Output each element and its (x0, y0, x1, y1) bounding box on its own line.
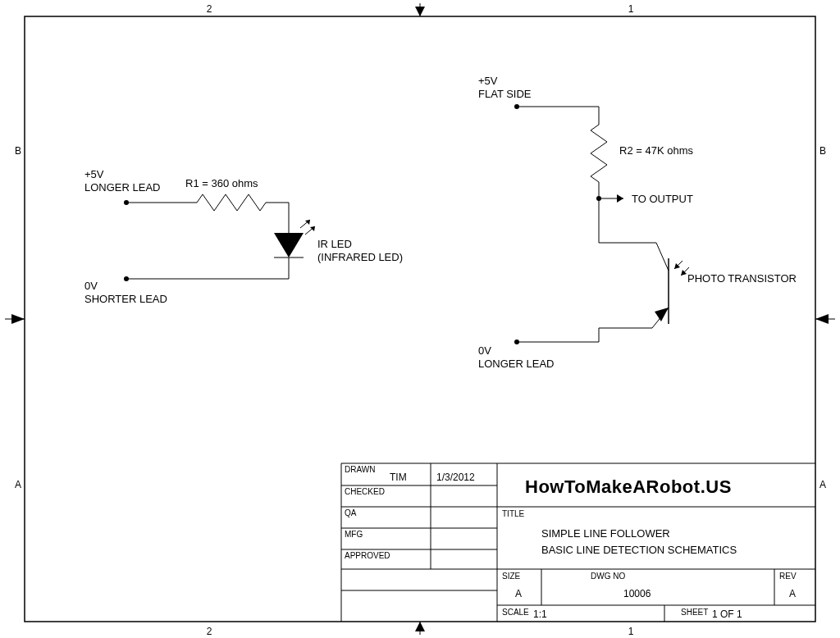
svg-point-33 (514, 340, 519, 344)
tb-drawn-lbl: DRAWN (345, 465, 375, 474)
c2-plus5v: +5V (478, 75, 498, 87)
c2-0v: 0V (478, 344, 491, 357)
zone-right-B: B (819, 145, 826, 157)
zone-top-1: 1 (628, 3, 634, 15)
svg-line-24 (656, 243, 669, 271)
c1-0v: 0V (84, 280, 98, 292)
c1-longer-lead: LONGER LEAD (84, 181, 160, 194)
drawing-border (25, 16, 815, 622)
title-block: DRAWN TIM 1/3/2012 CHECKED QA MFG APPROV… (341, 463, 815, 622)
circuit-ir-led: +5V LONGER LEAD R1 = 360 ohms IR LED (IN… (84, 168, 403, 305)
tb-drawn-date: 1/3/2012 (436, 472, 475, 483)
c2-pt-label: PHOTO TRANSISTOR (687, 272, 797, 285)
svg-marker-12 (310, 226, 315, 231)
arrow-top (415, 7, 425, 16)
zone-top-2: 2 (207, 3, 212, 15)
c2-output-label: TO OUTPUT (632, 193, 693, 205)
tb-scale: 1:1 (533, 608, 547, 620)
c2-longer-lead: LONGER LEAD (478, 358, 554, 370)
arrow-right (815, 314, 829, 324)
tb-title-lbl: TITLE (502, 509, 525, 518)
tb-site: HowToMakeARobot.US (525, 476, 732, 497)
tb-rev-lbl: REV (779, 572, 797, 581)
tb-title-2: BASIC LINE DETECTION SCHEMATICS (541, 544, 737, 556)
c2-r2-label: R2 = 47K ohms (619, 144, 693, 157)
arrow-output (617, 194, 623, 203)
c2-flat-side: FLAT SIDE (478, 88, 532, 100)
svg-point-15 (124, 276, 129, 281)
led-symbol (274, 233, 304, 257)
c1-led-label2: (INFRARED LED) (317, 251, 403, 263)
svg-marker-10 (305, 220, 310, 225)
tb-sheet-lbl: SHEET (681, 608, 708, 617)
tb-dwg-lbl: DWG NO (591, 572, 625, 581)
zone-left-A: A (15, 479, 21, 490)
c1-shorter-lead: SHORTER LEAD (84, 293, 167, 305)
resistor-r2 (591, 125, 607, 182)
zone-right-A: A (819, 479, 826, 490)
tb-approved: APPROVED (345, 551, 390, 560)
zone-bottom-2: 2 (207, 626, 212, 637)
circuit-phototransistor: +5V FLAT SIDE R2 = 47K ohms TO OUTPUT PH… (478, 75, 797, 370)
tb-size-lbl: SIZE (502, 572, 521, 581)
tb-title-1: SIMPLE LINE FOLLOWER (541, 527, 670, 540)
tb-qa: QA (345, 508, 357, 517)
zone-bottom-1: 1 (628, 626, 634, 637)
arrow-bottom (415, 622, 425, 631)
c1-led-label1: IR LED (317, 238, 352, 250)
resistor-r1 (197, 194, 266, 211)
tb-mfg: MFG (345, 530, 363, 539)
schematic-sheet: 2 1 2 1 B A B A +5V LONGER LEAD R1 = 360… (0, 0, 840, 638)
arrow-left (11, 314, 25, 324)
c1-r1-label: R1 = 360 ohms (185, 177, 258, 189)
tb-drawn-name: TIM (390, 472, 407, 483)
tb-checked: CHECKED (345, 487, 385, 496)
tb-dwg: 10006 (623, 588, 651, 599)
tb-rev: A (789, 588, 796, 599)
tb-size: A (515, 588, 522, 599)
transistor-emitter-arrow (655, 308, 669, 321)
tb-scale-lbl: SCALE (502, 608, 529, 617)
zone-left-B: B (15, 145, 21, 157)
tb-sheet: 1 OF 1 (712, 608, 742, 620)
c1-plus5v: +5V (84, 168, 104, 180)
